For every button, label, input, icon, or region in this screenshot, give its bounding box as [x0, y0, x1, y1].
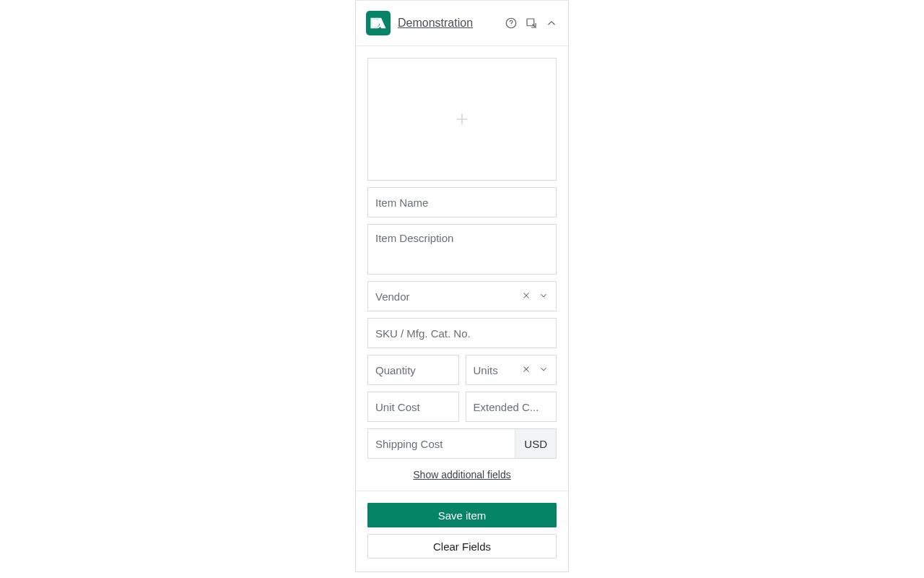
brand-logo [366, 11, 391, 35]
panel-footer: Save item Clear Fields [356, 491, 568, 571]
chevron-up-icon[interactable] [545, 17, 558, 30]
currency-label: USD [515, 429, 556, 458]
item-description-field[interactable]: Item Description [367, 224, 557, 275]
close-icon[interactable] [521, 364, 531, 376]
quantity-placeholder: Quantity [375, 364, 451, 376]
quantity-field[interactable]: Quantity [367, 355, 459, 385]
sku-field[interactable]: SKU / Mfg. Cat. No. [367, 318, 557, 348]
extension-panel: Demonstration [355, 0, 569, 572]
save-button[interactable]: Save item [367, 503, 557, 527]
units-placeholder: Units [474, 364, 522, 376]
clear-button[interactable]: Clear Fields [367, 534, 557, 558]
header-actions [505, 17, 558, 30]
vendor-placeholder: Vendor [375, 290, 521, 303]
close-icon[interactable] [521, 290, 531, 303]
help-icon[interactable] [505, 17, 518, 30]
unit-cost-field[interactable]: Unit Cost [367, 392, 459, 422]
shipping-cost-row: Shipping Cost USD [367, 428, 557, 459]
chevron-down-icon[interactable] [539, 364, 549, 376]
show-additional-fields-link[interactable]: Show additional fields [413, 469, 510, 480]
image-upload-zone[interactable] [367, 58, 557, 181]
org-link[interactable]: Demonstration [398, 17, 497, 30]
shipping-cost-placeholder: Shipping Cost [375, 438, 443, 450]
chevron-down-icon[interactable] [539, 290, 549, 303]
item-name-field[interactable]: Item Name [367, 187, 557, 217]
plus-icon [454, 111, 470, 127]
sku-placeholder: SKU / Mfg. Cat. No. [375, 327, 549, 340]
logo-icon [369, 14, 388, 33]
show-additional-fields: Show additional fields [367, 468, 557, 480]
item-form: Item Name Item Description Vendor SKU / … [356, 46, 568, 491]
extended-cost-placeholder: Extended C... [474, 401, 549, 413]
panel-header: Demonstration [356, 1, 568, 46]
unit-cost-placeholder: Unit Cost [375, 401, 451, 413]
vendor-select[interactable]: Vendor [367, 281, 557, 311]
item-name-placeholder: Item Name [375, 197, 549, 209]
units-select[interactable]: Units [466, 355, 557, 385]
item-description-placeholder: Item Description [375, 232, 549, 244]
extended-cost-field[interactable]: Extended C... [466, 392, 557, 422]
shipping-cost-field[interactable]: Shipping Cost [368, 429, 515, 458]
pop-out-icon[interactable] [525, 17, 538, 30]
svg-point-1 [510, 25, 511, 26]
